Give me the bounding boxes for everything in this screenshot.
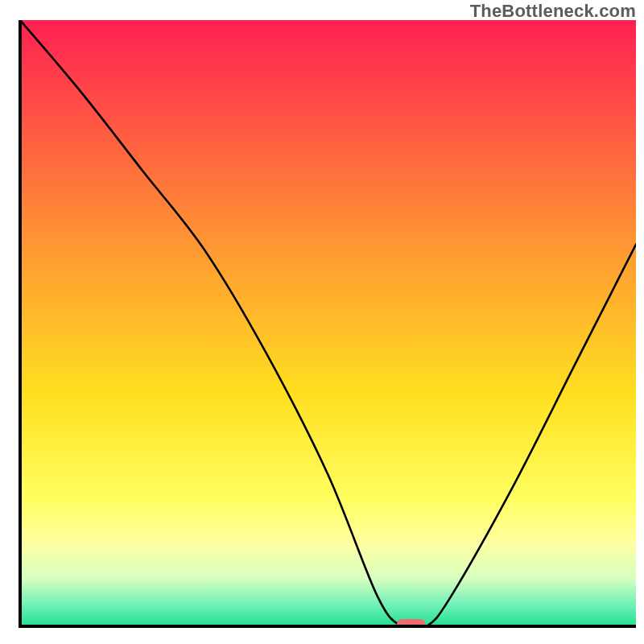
bottleneck-chart (0, 0, 644, 644)
chart-container: TheBottleneck.com (0, 0, 644, 644)
watermark-text: TheBottleneck.com (470, 1, 636, 22)
svg-rect-1 (20, 20, 636, 626)
